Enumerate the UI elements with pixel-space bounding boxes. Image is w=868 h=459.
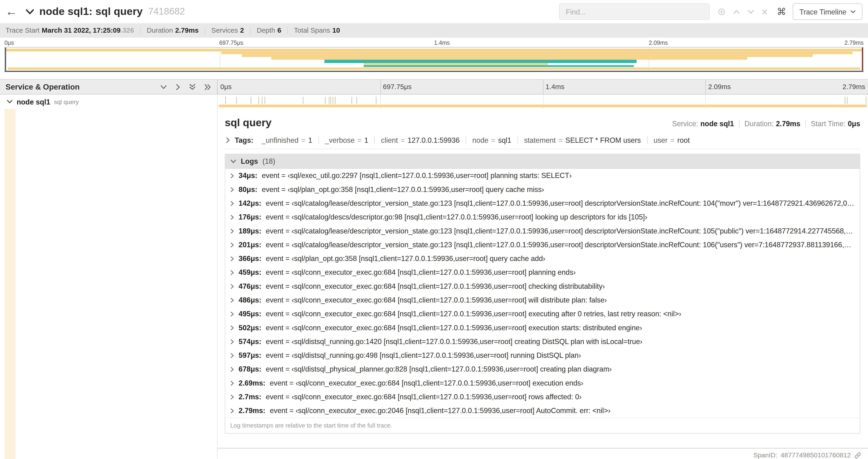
service-operation-title: Service & Operation: [6, 82, 80, 91]
minimap-span-bar: [7, 67, 860, 69]
collapse-all-double-chevron-down-icon[interactable]: [189, 83, 196, 91]
log-row[interactable]: 459μs: event = ‹sql/conn_executor_exec.g…: [225, 265, 860, 279]
chevron-down-icon: [230, 159, 236, 163]
log-tick: [376, 97, 376, 104]
minimap-span-bar: [324, 60, 636, 63]
detail-right-column: sql query Service:node sql1 Duration:2.7…: [217, 109, 868, 459]
log-tick: [335, 97, 335, 104]
expand-all-double-chevron-right-icon[interactable]: [204, 83, 211, 91]
chevron-right-icon: [230, 339, 234, 345]
ruler-label: 1.4ms: [543, 83, 564, 91]
minimap-scrubber-right[interactable]: [862, 47, 863, 71]
tags-list: _unfinished=1 _verbose=1 client=127.0.0.…: [255, 136, 696, 144]
detail-left-gutter: [0, 109, 217, 459]
chevron-down-icon: [850, 9, 856, 13]
find-controls: [710, 7, 775, 16]
collapse-one-chevron-down-icon[interactable]: [160, 85, 167, 89]
log-row[interactable]: 2.7ms: event = ‹sql/conn_executor_exec.g…: [225, 390, 860, 404]
logs-footnote: Log timestamps are relative to the start…: [225, 418, 860, 433]
log-row[interactable]: 678μs: event = ‹sql/distsql_physical_pla…: [225, 362, 860, 376]
trace-summary-item: Total Spans10: [288, 27, 346, 34]
chevron-right-icon: [230, 298, 234, 303]
chevron-right-icon: [230, 325, 234, 331]
find-input[interactable]: [559, 3, 710, 20]
locate-icon[interactable]: [717, 7, 726, 16]
chevron-right-icon: [230, 408, 234, 414]
log-tick: [845, 97, 845, 104]
minimap-span-bar: [364, 63, 548, 65]
log-tick: [357, 97, 357, 104]
span-row-timeline-cell[interactable]: [217, 94, 868, 109]
minimap-axis-label: 1.4ms: [434, 39, 450, 46]
log-tick: [303, 97, 303, 104]
tags-accordion[interactable]: Tags: _unfinished=1 _verbose=1 client=12…: [225, 132, 860, 150]
minimap-axis-label: 0μs: [4, 39, 14, 46]
minimap-span-bar: [221, 52, 852, 54]
log-tick: [262, 97, 262, 104]
log-tick: [329, 97, 329, 104]
log-row[interactable]: 201μs: event = ‹sql/catalog/lease/descri…: [225, 238, 860, 252]
trace-summary-item: Trace StartMarch 31 2022, 17:25:09.326: [6, 27, 141, 34]
span-detail-meta: Service:node sql1 Duration:2.79ms Start …: [667, 120, 860, 128]
tag-pair: statement=SELECT * FROM users: [518, 136, 648, 144]
log-row[interactable]: 574μs: event = ‹sql/distsql_running.go:1…: [225, 335, 860, 349]
log-row[interactable]: 34μs: event = ‹sql/exec_util.go:2297 [ns…: [225, 169, 860, 183]
log-row[interactable]: 597μs: event = ‹sql/distsql_running.go:4…: [225, 349, 860, 362]
log-row[interactable]: 486μs: event = ‹sql/conn_executor_exec.g…: [225, 293, 860, 307]
trace-id: 7418682: [148, 6, 185, 17]
span-row[interactable]: node sql1 sql query: [0, 94, 868, 109]
log-tick: [236, 97, 237, 104]
timeline-ruler: 0μs 697.75μs 1.4ms 2.09ms 2.79ms: [217, 79, 868, 94]
span-row-name-cell[interactable]: node sql1 sql query: [0, 94, 217, 109]
log-tick: [352, 97, 352, 104]
minimap-span-bar: [271, 57, 747, 60]
log-tick: [847, 97, 848, 104]
span-detail-header: sql query Service:node sql1 Duration:2.7…: [225, 114, 860, 132]
chevron-right-icon: [230, 215, 234, 220]
logs-accordion-header[interactable]: Logs (18): [225, 154, 860, 169]
logs-count: (18): [262, 157, 275, 165]
trace-summary-item: Depth6: [251, 27, 288, 34]
chevron-down-icon[interactable]: [25, 8, 34, 15]
log-row[interactable]: 189μs: event = ‹sql/catalog/lease/descri…: [225, 224, 860, 238]
ruler-label: 2.09ms: [705, 83, 731, 91]
clear-find-x-icon[interactable]: [762, 9, 768, 15]
chevron-down-icon[interactable]: [6, 100, 12, 104]
minimap-canvas[interactable]: [4, 47, 864, 72]
keyboard-shortcuts-icon[interactable]: ⌘: [775, 6, 793, 18]
span-detail-region: sql query Service:node sql1 Duration:2.7…: [0, 109, 868, 459]
trace-view-dropdown[interactable]: Trace Timeline: [793, 3, 862, 20]
log-row[interactable]: 366μs: event = ‹sql/plan_opt.go:358 [nsq…: [225, 252, 860, 265]
back-icon[interactable]: ←: [6, 5, 25, 18]
log-row[interactable]: 2.79ms: event = ‹sql/conn_executor_exec.…: [225, 404, 860, 418]
chevron-right-icon: [230, 173, 234, 179]
minimap-span-bar: [364, 65, 634, 67]
log-row[interactable]: 142μs: event = ‹sql/catalog/lease/descri…: [225, 196, 860, 210]
log-row[interactable]: 2.69ms: event = ‹sql/conn_executor_exec.…: [225, 376, 860, 390]
service-operation-header: Service & Operation: [0, 79, 217, 94]
log-row[interactable]: 476μs: event = ‹sql/conn_executor_exec.g…: [225, 279, 860, 293]
log-row[interactable]: 495μs: event = ‹sql/conn_executor_exec.g…: [225, 307, 860, 321]
logs-accordion: Logs (18) 34μs: event = ‹sql/exec_util.g…: [225, 154, 860, 434]
tag-pair: _unfinished=1: [255, 136, 319, 144]
trace-timeline-page: ← node sql1: sql query 7418682: [0, 0, 868, 459]
prev-match-chevron-up-icon[interactable]: [733, 9, 740, 14]
next-match-chevron-down-icon[interactable]: [747, 9, 754, 14]
span-meta-item: Service:node sql1: [667, 120, 739, 128]
minimap-axis-label: 697.75μs: [219, 39, 243, 46]
expand-one-chevron-right-icon[interactable]: [176, 83, 180, 91]
log-row[interactable]: 502μs: event = ‹sql/conn_executor_exec.g…: [225, 321, 860, 334]
chevron-right-icon: [230, 284, 234, 289]
timeline-header: Service & Operation 0μs 697: [0, 79, 868, 94]
link-icon[interactable]: [854, 452, 862, 459]
chevron-right-icon: [230, 228, 234, 234]
chevron-right-icon: [230, 201, 234, 206]
log-row[interactable]: 176μs: event = ‹sql/catalog/descs/descri…: [225, 210, 860, 224]
log-row[interactable]: 80μs: event = ‹sql/plan_opt.go:358 [nsql…: [225, 183, 860, 196]
logs-title: Logs: [241, 157, 258, 165]
span-duration-bar[interactable]: [219, 104, 867, 107]
tags-label: Tags:: [235, 136, 253, 144]
minimap-scrubber-left[interactable]: [5, 47, 6, 71]
span-id-value: 4877749850101760812: [781, 451, 851, 459]
chevron-right-icon: [230, 367, 234, 372]
